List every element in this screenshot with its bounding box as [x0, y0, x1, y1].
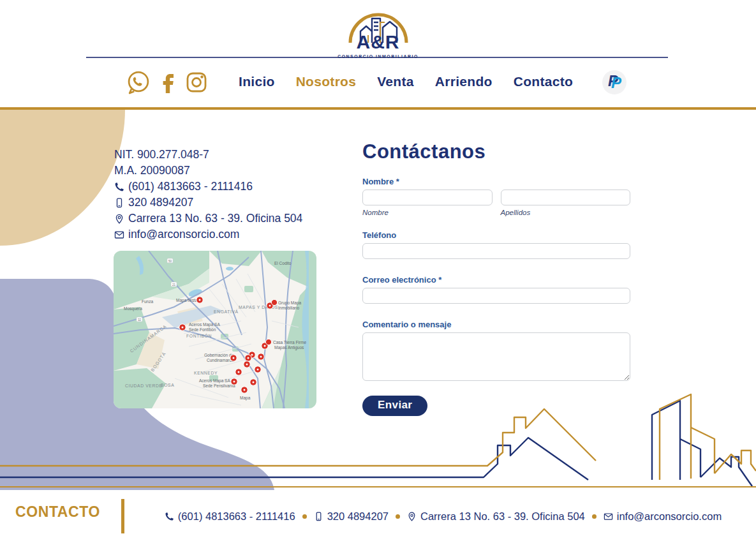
- message-textarea[interactable]: [362, 332, 630, 381]
- paypal-icon[interactable]: PP: [602, 70, 626, 94]
- facebook-icon[interactable]: [158, 70, 178, 95]
- map-label-aceros-pensilvania: Aceros Mapa SA: [199, 378, 230, 383]
- last-name-input[interactable]: [501, 190, 631, 205]
- main-navigation: Inicio Nosotros Venta Arriendo Contacto: [239, 74, 573, 89]
- message-label: Comentario o mensaje: [362, 320, 630, 329]
- road-shield: 21: [172, 283, 176, 286]
- map-label-grupo-mapa: Grupo Mapa: [278, 301, 302, 306]
- contact-form: Contáctanos Nombre * Nombre Apellidos Te…: [362, 140, 630, 416]
- contact-page: A&R CONSORCIO INMOBILIARIO Inicio Nosotr…: [0, 0, 756, 543]
- footer-address: Carrera 13 No. 63 - 39. Oficina 504: [407, 510, 585, 523]
- separator-dot: [302, 514, 307, 519]
- footer-contact-row: (601) 4813663 - 2111416 320 4894207 Carr…: [135, 498, 751, 535]
- nav-item-contacto[interactable]: Contacto: [514, 74, 573, 89]
- map-label-casa-tierra: Casa Tierra Firme: [273, 340, 306, 345]
- name-label: Nombre *: [362, 177, 630, 186]
- brand-logo: A&R CONSORCIO INMOBILIARIO: [315, 3, 442, 59]
- footer-address-text: Carrera 13 No. 63 - 39. Oficina 504: [420, 510, 585, 523]
- mobile-icon: [314, 512, 323, 521]
- mobile-text[interactable]: 320 4894207: [128, 196, 193, 209]
- separator-dot: [396, 514, 400, 519]
- mobile-icon: [114, 198, 124, 208]
- map-label-mosquera: Mosquera: [124, 306, 142, 311]
- footer-phone[interactable]: (601) 4813663 - 2111416: [165, 510, 295, 523]
- brand-tagline: CONSORCIO INMOBILIARIO: [315, 54, 442, 59]
- email-text[interactable]: info@arconsorcio.com: [128, 228, 239, 241]
- footer-mobile[interactable]: 320 4894207: [314, 510, 389, 523]
- first-name-input[interactable]: [362, 190, 493, 205]
- map-label-aceros-fontibon: Sede Fontibón: [189, 327, 216, 332]
- road-shield: 50: [168, 260, 172, 263]
- footer-heading: CONTACTO: [15, 503, 100, 521]
- map-label-gobernacion: Gobernación de: [204, 353, 234, 357]
- map-pin-icon: [407, 512, 417, 521]
- map-label-bosa: BOSA: [161, 383, 174, 387]
- road-shield: 32: [138, 318, 142, 322]
- email-input[interactable]: [362, 288, 630, 304]
- send-button[interactable]: Enviar: [362, 396, 427, 416]
- envelope-icon: [604, 512, 613, 521]
- email-label: Correo electrónico *: [362, 275, 630, 285]
- nav-item-venta[interactable]: Venta: [377, 74, 414, 89]
- map-label-kennedy: KENNEDY: [194, 371, 218, 375]
- map-label-aceros-fontibon: Aceros Mapa SA: [189, 322, 220, 327]
- map-label-funza: Funza: [142, 299, 153, 304]
- last-name-hint: Apellidos: [501, 209, 631, 216]
- footer-phone-text: (601) 4813663 - 2111416: [178, 510, 295, 523]
- map-label-mapa-fiesta: Mapa fiesta: [176, 298, 198, 303]
- footer-vertical-bar: [121, 499, 124, 533]
- nav-item-nosotros[interactable]: Nosotros: [296, 74, 357, 89]
- map-label-casa-tierra: Mapas Antiguos: [274, 345, 304, 350]
- whatsapp-icon[interactable]: [125, 69, 152, 96]
- phone-label: Teléfono: [362, 230, 630, 240]
- map-label-ciudad-verde: CIUDAD VERDE: [125, 383, 163, 388]
- map-label-engativa: ENGATIVÁ: [214, 309, 239, 314]
- map-pin-icon: [114, 214, 124, 224]
- first-name-hint: Nombre: [362, 209, 493, 216]
- instagram-icon[interactable]: [184, 70, 209, 95]
- separator-dot: [592, 514, 597, 519]
- footer-mobile-text: 320 4894207: [327, 510, 389, 523]
- footer-email[interactable]: info@arconsorcio.com: [604, 510, 722, 523]
- nav-item-inicio[interactable]: Inicio: [239, 74, 275, 89]
- brand-name: A&R: [315, 31, 442, 53]
- map-label-grupo-mapa: Inmobiliario: [278, 306, 300, 310]
- form-title: Contáctanos: [362, 140, 630, 163]
- map-label-mapa: Mapa: [240, 396, 251, 401]
- envelope-icon: [114, 230, 124, 240]
- map-label-el-codito: El Codito: [274, 261, 292, 265]
- map-label-fontibon: FONTIBÓN: [186, 333, 212, 338]
- footer-email-text: info@arconsorcio.com: [617, 510, 722, 523]
- gold-divider-line: [0, 107, 756, 110]
- address-text: Carrera 13 No. 63 - 39. Oficina 504: [128, 212, 302, 225]
- location-map[interactable]: 50 21 32 El Codito Funza Mosquera Mapa f…: [114, 251, 316, 408]
- registration-text: M.A. 20090087: [114, 164, 190, 177]
- phone-text[interactable]: (601) 4813663 - 2111416: [128, 180, 253, 193]
- map-label-aceros-pensilvania: Sede Pensilvanía: [203, 383, 235, 388]
- map-label-gobernacion: Cundinamarca: [207, 358, 234, 362]
- tan-quarter-circle-decoration: [0, 110, 125, 246]
- contact-info-block: NIT. 900.277.048-7 M.A. 20090087 (601) 4…: [114, 148, 331, 244]
- phone-input[interactable]: [362, 243, 630, 259]
- nit-text: NIT. 900.277.048-7: [114, 148, 209, 161]
- nav-item-arriendo[interactable]: Arriendo: [435, 74, 493, 89]
- phone-icon: [114, 182, 124, 192]
- social-links: [125, 69, 209, 96]
- phone-icon: [165, 512, 174, 521]
